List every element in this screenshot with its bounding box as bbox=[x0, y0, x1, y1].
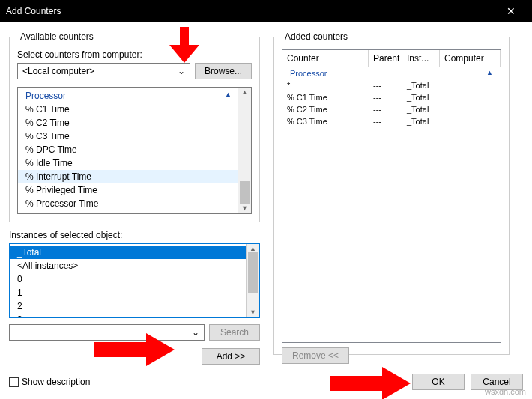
ok-button[interactable]: OK bbox=[412, 374, 465, 390]
show-description-checkbox[interactable]: Show description bbox=[9, 377, 90, 387]
title-bar: Add Counters ✕ bbox=[0, 0, 532, 22]
scroll-down-icon: ▼ bbox=[241, 205, 248, 212]
window-title: Add Counters bbox=[6, 6, 61, 16]
chevron-down-icon: ⌄ bbox=[178, 66, 185, 76]
scroll-up-icon: ▲ bbox=[241, 89, 248, 96]
instance-item[interactable]: <All instances> bbox=[10, 259, 246, 272]
counter-item[interactable]: % C3 Time bbox=[18, 130, 238, 143]
browse-button[interactable]: Browse... bbox=[195, 63, 252, 79]
computer-combo-value: <Local computer> bbox=[22, 66, 94, 76]
chevron-down-icon: ⌄ bbox=[192, 327, 199, 338]
table-header: Counter Parent Inst... Computer bbox=[282, 50, 501, 67]
instance-item[interactable]: 3 bbox=[10, 313, 246, 317]
scroll-thumb[interactable] bbox=[240, 181, 250, 204]
collapse-icon: ▲ bbox=[440, 67, 501, 79]
table-row[interactable]: % C3 Time --- _Total bbox=[282, 115, 501, 127]
available-counters-group: Available counters Select counters from … bbox=[9, 31, 260, 222]
remove-button[interactable]: Remove << bbox=[282, 347, 349, 364]
close-button[interactable]: ✕ bbox=[496, 0, 526, 22]
counter-item[interactable]: % Idle Time bbox=[18, 156, 238, 170]
instance-item[interactable]: _Total bbox=[10, 246, 246, 259]
available-counters-legend: Available counters bbox=[17, 31, 97, 42]
instance-item[interactable]: 0 bbox=[10, 272, 246, 286]
computer-combo[interactable]: <Local computer> ⌄ bbox=[17, 63, 190, 79]
scroll-thumb[interactable] bbox=[248, 252, 258, 293]
counter-item[interactable]: % Interrupt Time bbox=[18, 170, 238, 183]
counter-item[interactable]: % DPC Time bbox=[18, 143, 238, 156]
counter-item[interactable]: % C2 Time bbox=[18, 116, 238, 130]
counter-scrollbar[interactable]: ▲ ▼ bbox=[238, 88, 251, 213]
show-description-label: Show description bbox=[22, 377, 90, 387]
scroll-down-icon: ▼ bbox=[250, 309, 256, 316]
header-parent[interactable]: Parent bbox=[369, 50, 402, 67]
counter-listbox[interactable]: Processor ▲ % C1 Time % C2 Time % C3 Tim… bbox=[17, 87, 252, 214]
watermark: wsxdn.com bbox=[485, 387, 526, 396]
add-button[interactable]: Add >> bbox=[202, 348, 260, 365]
added-counters-group: Added counters Counter Parent Inst... Co… bbox=[273, 31, 510, 355]
added-counters-legend: Added counters bbox=[282, 31, 351, 42]
header-computer[interactable]: Computer bbox=[440, 50, 501, 67]
counter-item[interactable]: % Privileged Time bbox=[18, 183, 238, 197]
header-counter[interactable]: Counter bbox=[282, 50, 369, 67]
instance-item[interactable]: 2 bbox=[10, 299, 246, 313]
search-button[interactable]: Search bbox=[209, 324, 260, 341]
filter-combo[interactable]: ⌄ bbox=[9, 324, 205, 341]
instance-item[interactable]: 1 bbox=[10, 286, 246, 299]
counter-item[interactable]: % Processor Time bbox=[18, 197, 238, 210]
header-inst[interactable]: Inst... bbox=[402, 50, 440, 67]
table-row[interactable]: % C1 Time --- _Total bbox=[282, 91, 501, 103]
instances-scrollbar[interactable]: ▲ ▼ bbox=[247, 244, 259, 317]
added-table[interactable]: Counter Parent Inst... Computer Processo… bbox=[282, 49, 501, 343]
scroll-up-icon: ▲ bbox=[250, 246, 256, 252]
table-group-row[interactable]: Processor ▲ bbox=[282, 67, 501, 79]
checkbox-box bbox=[9, 377, 19, 387]
select-computer-label: Select counters from computer: bbox=[17, 49, 252, 60]
table-row[interactable]: % C2 Time --- _Total bbox=[282, 103, 501, 115]
close-icon: ✕ bbox=[507, 5, 516, 17]
counter-group-processor[interactable]: Processor ▲ bbox=[18, 89, 238, 103]
instances-listbox[interactable]: _Total <All instances> 0 1 2 3 4 ▲ ▼ bbox=[9, 243, 260, 318]
counter-item[interactable]: % C1 Time bbox=[18, 103, 238, 116]
collapse-icon: ▲ bbox=[225, 91, 232, 101]
instances-label: Instances of selected object: bbox=[9, 230, 260, 240]
table-row[interactable]: * --- _Total bbox=[282, 79, 501, 91]
